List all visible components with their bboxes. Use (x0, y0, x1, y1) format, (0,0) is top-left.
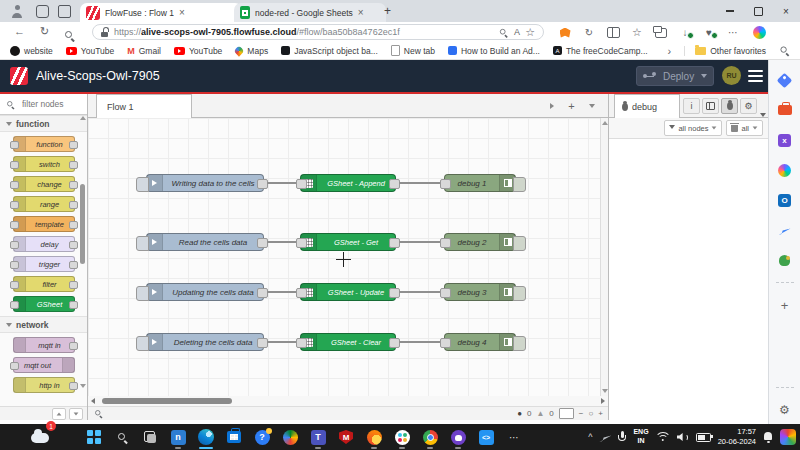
more-menu-icon[interactable]: ⋯ (724, 25, 742, 40)
task-view-icon[interactable] (140, 427, 160, 447)
palette-node-template[interactable]: template (13, 216, 75, 232)
split-screen-icon[interactable] (604, 25, 622, 40)
notifications-bell-icon[interactable] (763, 432, 773, 442)
scrollbar-thumb[interactable] (102, 398, 232, 404)
zoom-reset-button[interactable]: ○ (588, 409, 593, 418)
gsheet-node[interactable]: GSheet - Append (300, 174, 396, 192)
other-favorites[interactable]: Other favorites (684, 46, 766, 56)
bookmark-maps[interactable]: Maps (235, 46, 268, 56)
inject-button[interactable] (136, 236, 149, 251)
palette-node-mqtt-in[interactable]: mqtt in (13, 337, 75, 353)
read-aloud-icon[interactable]: A (514, 27, 520, 37)
minimap-toggle-icon[interactable] (559, 408, 574, 419)
node-app-icon[interactable]: n (168, 427, 188, 447)
gsheet-node[interactable]: GSheet - Clear (300, 333, 396, 351)
config-tab-button[interactable]: ⚙ (740, 98, 757, 114)
search-flows-icon[interactable] (94, 409, 102, 417)
debug-tab[interactable]: debug (614, 94, 680, 118)
gsheet-node[interactable]: GSheet - Update (300, 283, 396, 301)
bookmark-gmail[interactable]: MGmail (127, 46, 161, 56)
favorites-bar-icon[interactable]: ☆ (628, 25, 646, 40)
collapse-categories-button[interactable] (52, 408, 66, 420)
palette-node-trigger[interactable]: trigger (13, 256, 75, 272)
chrome-icon[interactable] (420, 427, 440, 447)
debug-node[interactable]: debug 1 (444, 174, 516, 192)
weather-widget-icon[interactable]: 1 (30, 428, 50, 448)
start-button-icon[interactable] (84, 427, 104, 447)
speaker-icon[interactable] (677, 432, 689, 442)
gsheet-node[interactable]: GSheet - Get (300, 233, 396, 251)
filter-nodes-button[interactable]: all nodes (664, 120, 722, 136)
add-flow-button[interactable]: + (563, 98, 580, 114)
inject-button[interactable] (136, 336, 149, 351)
microsoft-store-icon[interactable] (224, 427, 244, 447)
tab-search-icon[interactable] (58, 5, 71, 18)
main-menu-icon[interactable] (748, 70, 763, 82)
close-window-button[interactable]: × (772, 0, 800, 22)
flowfuse-logo[interactable] (10, 67, 28, 85)
url-field[interactable]: https://alive-scops-owl-7905.flowfuse.cl… (92, 24, 544, 40)
bookmark-how-to[interactable]: How to Build an Ad... (448, 46, 540, 56)
palette-category-network[interactable]: network (0, 316, 87, 333)
flow-tab[interactable]: Flow 1 (96, 94, 192, 118)
shopping-tag-icon[interactable] (777, 72, 793, 88)
tray-app-icon[interactable] (599, 432, 611, 442)
sidebar-settings-icon[interactable]: ⚙ (777, 402, 793, 418)
bookmark-youtube[interactable]: YouTube (66, 46, 114, 56)
new-tab-button[interactable]: + (384, 4, 391, 18)
scrollbar-thumb[interactable] (80, 184, 85, 264)
user-avatar[interactable]: RU (722, 66, 741, 85)
inject-button[interactable] (136, 177, 149, 192)
collections-icon[interactable] (652, 25, 670, 40)
bookmarks-overflow-icon[interactable]: › (668, 45, 672, 57)
expand-categories-button[interactable] (69, 408, 83, 420)
inject-node[interactable]: Updating the cells data (146, 283, 264, 301)
zoom-page-icon[interactable] (499, 28, 508, 37)
browser-tab-flowfuse[interactable]: FlowFuse : Flow 1 × (80, 3, 242, 22)
workspace-grid[interactable]: Writing data to the cells GSheet - Appen… (88, 118, 608, 396)
bookmark-youtube-2[interactable]: YouTube (174, 46, 222, 56)
edge-icon[interactable] (196, 427, 216, 447)
palette-node-function[interactable]: function (13, 136, 75, 152)
refresh-icon[interactable]: ↻ (40, 25, 49, 38)
copilot-icon[interactable] (750, 25, 768, 40)
restore-button[interactable] (744, 0, 772, 22)
microphone-icon[interactable] (618, 431, 626, 443)
palette-scrollbar[interactable] (80, 116, 86, 404)
sidebar-search-icon[interactable] (780, 46, 790, 56)
teams-icon[interactable]: T (308, 427, 328, 447)
zoom-in-button[interactable]: + (598, 409, 603, 418)
taskbar-overflow-icon[interactable]: ⋯ (504, 427, 524, 447)
debug-toggle-button[interactable] (513, 236, 526, 251)
extension-icon[interactable]: ↻ (580, 25, 598, 40)
language-indicator[interactable]: ENGIN (633, 428, 648, 446)
palette-node-mqtt-out[interactable]: mqtt out (13, 357, 75, 373)
debug-toggle-button[interactable] (513, 336, 526, 351)
favorite-star-icon[interactable]: ☆ (525, 26, 535, 39)
deploy-button[interactable]: Deploy (636, 66, 714, 86)
palette-category-function[interactable]: function (0, 115, 87, 132)
outlook-icon[interactable]: O (777, 192, 793, 208)
drop-icon[interactable] (777, 222, 793, 238)
debug-toggle-button[interactable] (513, 286, 526, 301)
browser-essentials-icon[interactable]: ♥ (700, 25, 718, 40)
add-sidebar-app-button[interactable]: + (777, 297, 793, 313)
mcafee-icon[interactable]: M (336, 427, 356, 447)
palette-node-gsheet[interactable]: GSheet (13, 296, 75, 312)
profile-avatar-icon[interactable] (10, 4, 24, 18)
info-tab-button[interactable]: i (683, 98, 700, 114)
inject-node[interactable]: Writing data to the cells (146, 174, 264, 192)
get-help-icon[interactable]: ? (252, 427, 272, 447)
inject-node[interactable]: Read the cells data (146, 233, 264, 251)
debug-node[interactable]: debug 3 (444, 283, 516, 301)
designer-icon[interactable] (777, 162, 793, 178)
clock[interactable]: 17:57 20-06-2024 (718, 427, 756, 447)
palette-node-range[interactable]: range (13, 196, 75, 212)
games-icon[interactable]: x (777, 132, 793, 148)
palette-node-switch[interactable]: switch (13, 156, 75, 172)
wifi-icon[interactable] (656, 432, 670, 442)
slack-icon[interactable] (392, 427, 412, 447)
taskbar-search-icon[interactable] (112, 427, 132, 447)
bookmark-new-tab[interactable]: New tab (391, 45, 435, 56)
battery-icon[interactable] (696, 433, 711, 442)
